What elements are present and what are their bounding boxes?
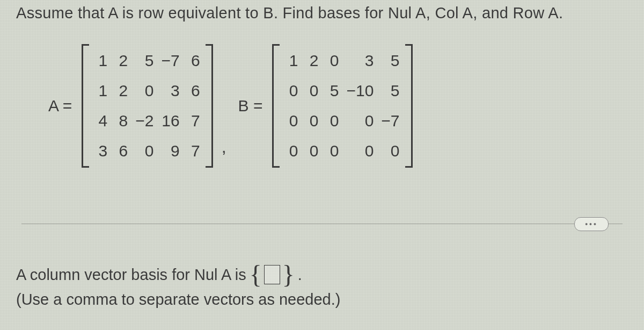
- matrix-cell: 5: [135, 52, 153, 70]
- matrix-cell: 4: [94, 112, 107, 130]
- matrix-cell: −7: [381, 112, 399, 130]
- bracket-left-icon: [272, 44, 280, 168]
- matrix-cell: 0: [285, 142, 298, 160]
- matrix-b-label: B =: [238, 97, 263, 115]
- matrix-b-grid: 12035005−1050000−700000: [280, 44, 405, 168]
- matrix-cell: 7: [187, 112, 200, 130]
- matrix-container: A = 125−761203648−216736097 , B = 120350…: [48, 44, 413, 168]
- answer-entry: { }: [250, 265, 295, 284]
- matrix-cell: 0: [305, 112, 318, 130]
- matrix-cell: −7: [161, 52, 179, 70]
- matrix-cell: 0: [305, 82, 318, 100]
- matrix-cell: 2: [115, 82, 128, 100]
- matrix-cell: −2: [135, 112, 153, 130]
- matrix-cell: 0: [305, 142, 318, 160]
- answer-prompt-line: A column vector basis for Nul A is { } .: [16, 262, 340, 287]
- answer-input[interactable]: [264, 265, 280, 284]
- matrix-cell: 0: [381, 142, 399, 160]
- matrix-cell: 0: [326, 142, 339, 160]
- matrix-cell: 16: [161, 112, 179, 130]
- matrix-cell: 6: [187, 82, 200, 100]
- matrix-cell: 8: [115, 112, 128, 130]
- matrix-cell: 0: [346, 142, 374, 160]
- matrix-cell: 5: [381, 52, 399, 70]
- brace-open-icon: {: [250, 267, 262, 283]
- matrix-cell: 0: [135, 142, 153, 160]
- matrix-cell: 1: [94, 52, 107, 70]
- matrix-cell: 0: [326, 52, 339, 70]
- matrix-cell: 3: [346, 52, 374, 70]
- bracket-left-icon: [82, 44, 89, 168]
- matrix-cell: 1: [285, 52, 298, 70]
- matrix-cell: 0: [285, 82, 298, 100]
- matrix-separator: ,: [222, 137, 226, 168]
- matrix-cell: −10: [346, 82, 374, 100]
- matrix-cell: 5: [326, 82, 339, 100]
- matrix-cell: 0: [326, 112, 339, 130]
- matrix-b: 12035005−1050000−700000: [272, 44, 412, 168]
- answer-hint: (Use a comma to separate vectors as need…: [16, 287, 340, 312]
- matrix-cell: 1: [94, 82, 107, 100]
- more-options-button[interactable]: •••: [574, 217, 609, 231]
- matrix-cell: 0: [346, 112, 374, 130]
- matrix-a-label: A =: [48, 97, 72, 115]
- matrix-cell: 3: [161, 82, 179, 100]
- matrix-cell: 6: [115, 142, 128, 160]
- section-divider: [21, 224, 623, 224]
- bracket-right-icon: [206, 44, 213, 168]
- matrix-cell: 5: [381, 82, 399, 100]
- matrix-cell: 0: [285, 112, 298, 130]
- matrix-cell: 7: [187, 142, 200, 160]
- answer-period: .: [298, 262, 302, 287]
- brace-close-icon: }: [282, 267, 295, 283]
- question-text: Assume that A is row equivalent to B. Fi…: [16, 4, 563, 22]
- matrix-a: 125−761203648−216736097: [82, 44, 213, 168]
- bracket-right-icon: [405, 44, 413, 168]
- matrix-cell: 3: [94, 142, 107, 160]
- matrix-a-grid: 125−761203648−216736097: [89, 44, 205, 168]
- matrix-cell: 2: [115, 52, 128, 70]
- matrix-cell: 6: [187, 52, 200, 70]
- matrix-cell: 0: [135, 82, 153, 100]
- answer-prompt: A column vector basis for Nul A is: [16, 262, 246, 287]
- answer-block: A column vector basis for Nul A is { } .…: [16, 262, 340, 312]
- matrix-cell: 2: [305, 52, 318, 70]
- matrix-cell: 9: [161, 142, 179, 160]
